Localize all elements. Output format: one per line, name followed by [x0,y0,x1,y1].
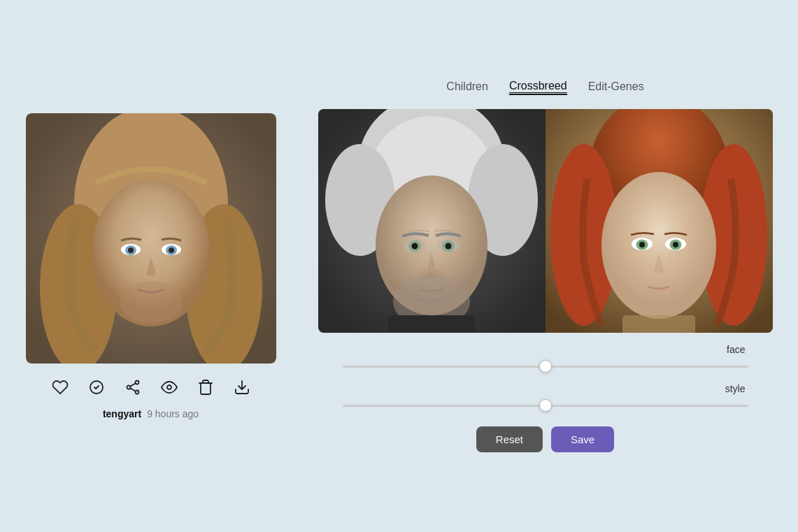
author-time: 9 hours ago [147,408,199,419]
face-slider-group: face [343,344,748,373]
svg-point-11 [120,281,183,323]
button-row: Reset Save [476,426,614,452]
portrait-image [26,113,276,366]
svg-point-31 [445,243,451,250]
author-name[interactable]: tengyart [103,408,141,419]
svg-rect-35 [388,315,475,333]
face-image-left [318,109,546,333]
crossbreed-images-row [318,109,773,333]
tab-children[interactable]: Children [446,80,488,94]
tab-crossbreed[interactable]: Crossbreed [509,80,567,95]
svg-point-18 [167,385,171,389]
author-row: tengyart 9 hours ago [103,408,199,419]
svg-point-30 [411,243,418,250]
svg-point-9 [128,247,134,253]
slider-section: face style [343,344,748,412]
style-slider-thumb[interactable] [539,399,552,412]
svg-point-10 [169,247,174,253]
style-slider-track[interactable] [343,398,748,412]
face-slider-thumb[interactable] [539,360,552,373]
svg-point-40 [601,172,716,319]
svg-point-45 [639,242,645,247]
face-slider-track[interactable] [343,359,748,373]
style-slider-label: style [343,383,748,394]
left-panel: tengyart 9 hours ago [26,113,276,419]
svg-line-16 [130,383,135,386]
tab-edit-genes[interactable]: Edit-Genes [588,80,644,94]
right-panel: Children Crossbreed Edit-Genes [318,80,773,452]
svg-point-46 [673,242,678,247]
face-image-right [546,109,773,333]
main-container: tengyart 9 hours ago Children Crossbreed… [0,80,798,452]
tab-row: Children Crossbreed Edit-Genes [446,80,643,95]
trash-icon[interactable] [194,376,217,398]
save-button[interactable]: Save [551,426,614,452]
share-icon[interactable] [122,376,144,398]
heart-icon[interactable] [49,376,71,398]
download-icon[interactable] [231,376,253,398]
eye-icon[interactable] [158,376,180,398]
bookmark-icon[interactable] [85,376,108,398]
reset-button[interactable]: Reset [476,426,543,452]
style-slider-group: style [343,383,748,412]
svg-rect-47 [622,315,695,333]
action-icons-row [49,376,253,398]
svg-line-17 [130,388,135,391]
face-slider-label: face [343,344,748,355]
